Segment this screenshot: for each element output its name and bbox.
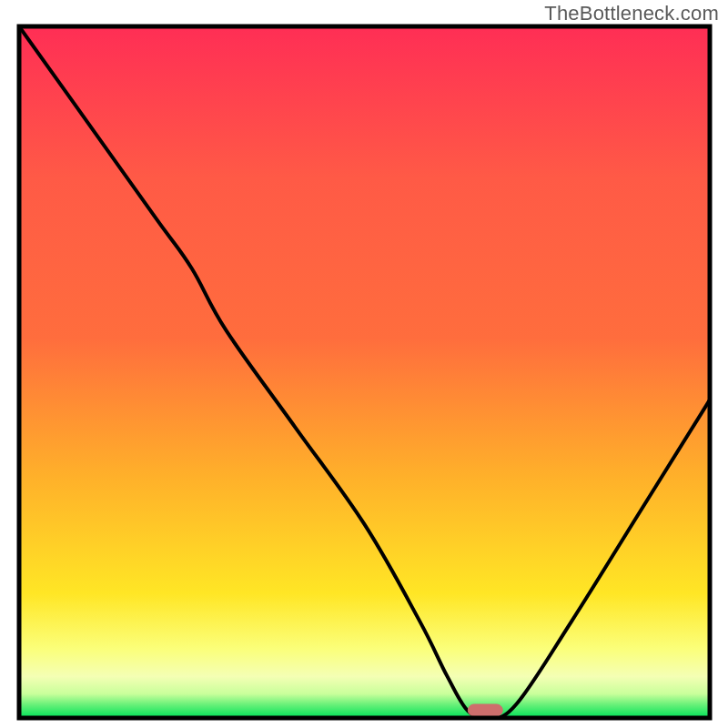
optimal-marker — [468, 704, 502, 716]
gradient-background — [19, 26, 710, 718]
plot-area — [19, 26, 710, 719]
bottleneck-chart — [0, 0, 728, 728]
chart-frame: TheBottleneck.com — [0, 0, 728, 728]
watermark-text: TheBottleneck.com — [544, 2, 719, 25]
